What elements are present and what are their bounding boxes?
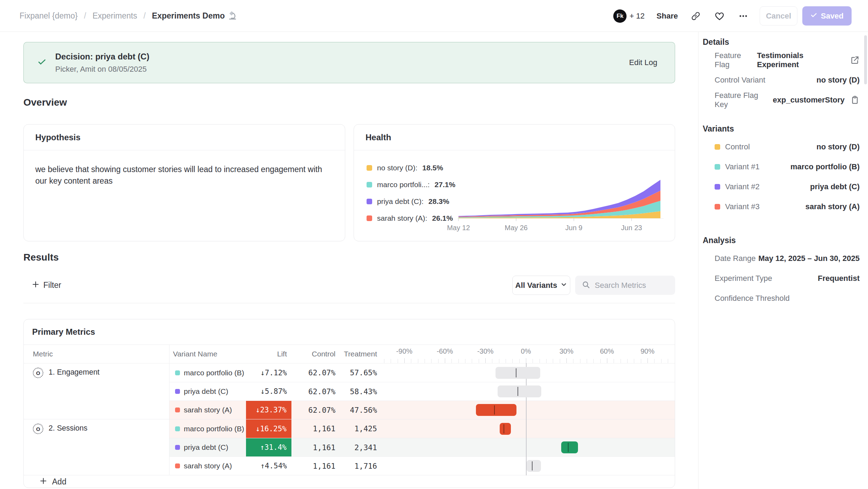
- scrollbar-thumb[interactable]: [864, 35, 867, 84]
- breadcrumb-experiments[interactable]: Experiments: [93, 11, 137, 21]
- decision-text: Decision: priya debt (C) Picker, Amit on…: [55, 52, 149, 74]
- axis-label: 0%: [510, 347, 542, 355]
- metric-cell: O1. Engagement: [24, 363, 169, 419]
- variant-label: Variant #2: [725, 182, 760, 191]
- edit-log-button[interactable]: Edit Log: [629, 58, 657, 67]
- axis-tick-mark: [634, 359, 634, 363]
- col-treatment: Treatment: [337, 345, 378, 363]
- lift-cell: ↓16.25%: [246, 419, 291, 438]
- metric-row[interactable]: priya debt (C)↑31.4%1,1612,341: [169, 438, 675, 456]
- metric-icon: O: [33, 424, 43, 434]
- variant-value: sarah story (A): [805, 202, 860, 211]
- axis-tick-mark: [492, 359, 492, 363]
- variant-name: sarah story (A): [184, 406, 232, 414]
- metric-cell: O2. Sessions: [24, 419, 169, 475]
- axis-tick-mark: [458, 359, 459, 363]
- analysis-label: Date Range: [715, 254, 755, 263]
- add-metric-button[interactable]: Add: [24, 475, 675, 488]
- axis-tick-mark: [593, 359, 594, 363]
- zero-line: [526, 438, 527, 457]
- confidence-interval-cell: [378, 419, 675, 438]
- search-metrics-input[interactable]: [595, 281, 668, 290]
- treatment-cell: 2,341: [337, 443, 378, 452]
- lift-cell: ↓23.37%: [246, 401, 291, 419]
- treatment-cell: 47.56%: [337, 406, 378, 414]
- lift-cell: ↓7.12%: [246, 363, 291, 382]
- metric-row[interactable]: sarah story (A)↓23.37%62.07%47.56%: [169, 401, 675, 419]
- metric-group: O1. Engagementmarco portfolio (B)↓7.12%6…: [24, 363, 675, 419]
- metric-row[interactable]: marco portfolio (B)↓7.12%62.07%57.65%: [169, 363, 675, 382]
- confidence-interval-bar: [500, 423, 511, 435]
- variant-name: marco portfolio (B): [184, 425, 244, 433]
- axis-tick-mark: [512, 359, 513, 363]
- variant-row: Variant #2priya debt (C): [703, 177, 860, 197]
- variant-swatch: [175, 426, 180, 431]
- share-button[interactable]: Share: [657, 12, 678, 21]
- legend-swatch: [367, 182, 372, 187]
- health-legend: no story (D):18.5%marco portfoli...:27.1…: [367, 160, 455, 227]
- add-filter-button[interactable]: Filter: [31, 280, 61, 291]
- axis-label: 30%: [551, 347, 582, 355]
- health-legend-item: no story (D):18.5%: [367, 160, 455, 176]
- breadcrumb-project[interactable]: Fixpanel {demo}: [20, 11, 78, 21]
- details-value: exp_customerStory: [773, 95, 845, 105]
- collaborator-count[interactable]: + 12: [629, 12, 644, 21]
- overview-heading: Overview: [23, 97, 67, 108]
- metric-row[interactable]: marco portfolio (B)↓16.25%1,1611,425: [169, 419, 675, 438]
- axis-tick-mark: [540, 359, 540, 363]
- analysis-row: Experiment TypeFrequentist: [703, 268, 860, 288]
- axis-tick-mark: [398, 359, 398, 363]
- confidence-interval-cell: [378, 401, 675, 419]
- treatment-cell: 57.65%: [337, 368, 378, 377]
- saved-button[interactable]: Saved: [802, 6, 852, 26]
- axis-tick-mark: [580, 359, 580, 363]
- top-bar: Fixpanel {demo} / Experiments / Experime…: [0, 0, 868, 32]
- variant-row: Variant #1marco portfolio (B): [703, 157, 860, 177]
- metric-row[interactable]: priya debt (C)↓5.87%62.07%58.43%: [169, 382, 675, 401]
- external-link-icon[interactable]: [850, 55, 860, 65]
- variant-swatch: [175, 445, 180, 450]
- col-metric: Metric: [24, 345, 169, 363]
- axis-tick-mark: [566, 358, 567, 363]
- axis-tick-mark: [465, 359, 465, 363]
- control-cell: 1,161: [291, 462, 337, 470]
- control-cell: 62.07%: [291, 387, 337, 396]
- metric-row[interactable]: sarah story (A)↑4.54%1,1611,716: [169, 456, 675, 475]
- variant-row: Controlno story (D): [703, 137, 860, 157]
- confidence-interval-bar: [496, 367, 540, 379]
- variant-value: no story (D): [817, 142, 860, 151]
- decision-title: Decision: priya debt (C): [55, 52, 149, 62]
- cancel-button[interactable]: Cancel: [760, 6, 797, 26]
- copy-icon[interactable]: [850, 95, 860, 105]
- lift-chip: ↓16.25%: [246, 419, 291, 438]
- col-control: Control: [291, 345, 337, 363]
- hypothesis-title: Hypothesis: [24, 125, 345, 150]
- axis-tick-mark: [431, 359, 432, 363]
- axis-tick-mark: [668, 359, 668, 363]
- x-axis-label: May 12: [443, 224, 474, 232]
- copy-link-icon[interactable]: [690, 10, 702, 22]
- favorite-icon[interactable]: [714, 10, 725, 22]
- axis-tick-mark: [661, 359, 661, 363]
- variant-filter-dropdown[interactable]: All Variants: [512, 276, 570, 295]
- variant-name: sarah story (A): [184, 462, 232, 470]
- results-toolbar: Filter All Variants: [23, 276, 675, 295]
- legend-swatch: [367, 199, 372, 204]
- axis-tick-mark: [533, 359, 533, 363]
- top-bar-actions: Fk + 12 Share Cancel Saved: [613, 0, 852, 32]
- more-options-icon[interactable]: [737, 10, 749, 22]
- axis-tick-mark: [425, 359, 425, 363]
- analysis-label: Experiment Type: [715, 274, 772, 283]
- decision-subtitle: Picker, Amit on 08/05/2025: [55, 65, 149, 74]
- axis-tick-mark: [654, 359, 654, 363]
- axis-tick-mark: [485, 358, 486, 363]
- avatar[interactable]: Fk: [613, 9, 627, 23]
- analysis-value: Frequentist: [818, 274, 860, 283]
- variant-name-cell: sarah story (A): [169, 406, 246, 414]
- health-legend-item: marco portfoli...:27.1%: [367, 176, 455, 193]
- health-card: Health no story (D):18.5%marco portfoli.…: [354, 124, 675, 241]
- zero-line: [526, 401, 527, 419]
- control-cell: 1,161: [291, 443, 337, 452]
- analysis-row: Date RangeMay 12, 2025 – Jun 30, 2025: [703, 248, 860, 268]
- variant-name-cell: marco portfolio (B): [169, 369, 246, 377]
